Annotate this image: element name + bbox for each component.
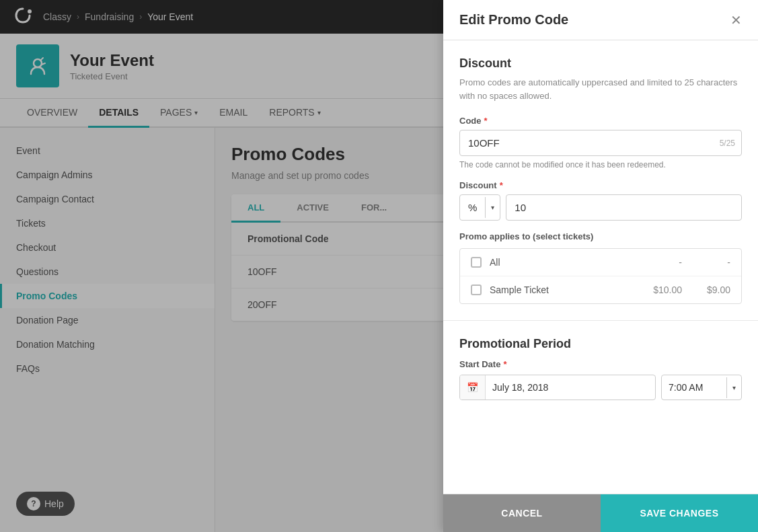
calendar-icon: 📅 (460, 375, 486, 400)
chevron-down-icon-discount[interactable]: ▾ (485, 197, 500, 218)
promo-period-heading: Promotional Period (459, 337, 742, 351)
start-time-value: 7:00 AM (662, 375, 726, 400)
ticket-sample-checkbox[interactable] (471, 284, 482, 295)
panel-footer: CANCEL SAVE CHANGES (443, 494, 758, 532)
discount-type-select[interactable]: % ▾ (459, 194, 500, 221)
date-input[interactable]: 📅 July 18, 2018 (459, 375, 656, 400)
edit-panel: Edit Promo Code ✕ Discount Promo codes a… (443, 0, 758, 532)
required-star-discount: * (500, 180, 503, 190)
panel-body: Discount Promo codes are automatically u… (443, 40, 758, 494)
discount-heading: Discount (459, 56, 742, 71)
ticket-all-sale-price: - (690, 257, 730, 268)
start-date-value: July 18, 2018 (486, 375, 555, 400)
applies-to-label: Promo applies to (select tickets) (459, 231, 742, 241)
code-input-wrap: 5/25 (459, 130, 742, 156)
ticket-all-checkbox[interactable] (471, 257, 482, 268)
discount-row: % ▾ (459, 194, 742, 221)
code-input[interactable] (459, 130, 742, 156)
code-field-label: Code * (459, 116, 742, 126)
save-changes-button[interactable]: SAVE CHANGES (601, 494, 758, 532)
ticket-sample-price: $10.00 (642, 284, 682, 295)
ticket-all-name: All (490, 257, 634, 268)
promotional-period-section: Promotional Period Start Date * 📅 July 1… (443, 321, 758, 416)
ticket-row-sample: Sample Ticket $10.00 $9.00 (460, 276, 741, 303)
discount-desc: Promo codes are automatically uppercased… (459, 76, 742, 102)
tickets-box: All - - Sample Ticket $10.00 $9.00 (459, 248, 742, 304)
required-star-date: * (503, 359, 506, 369)
discount-type-value: % (460, 195, 485, 220)
cancel-button[interactable]: CANCEL (443, 494, 601, 532)
ticket-sample-name: Sample Ticket (490, 284, 634, 295)
close-button[interactable]: ✕ (730, 13, 742, 27)
discount-amount-input[interactable] (506, 194, 742, 221)
discount-section: Discount Promo codes are automatically u… (443, 40, 758, 321)
ticket-all-price: - (642, 257, 682, 268)
ticket-row-all: All - - (460, 249, 741, 276)
panel-header: Edit Promo Code ✕ (443, 0, 758, 40)
start-date-label: Start Date * (459, 359, 742, 369)
required-star-code: * (484, 116, 488, 126)
date-row: 📅 July 18, 2018 7:00 AM ▾ (459, 375, 742, 400)
time-select[interactable]: 7:00 AM ▾ (661, 375, 742, 400)
chevron-down-icon-time[interactable]: ▾ (726, 377, 741, 398)
code-counter: 5/25 (720, 139, 735, 148)
code-hint: The code cannot be modified once it has … (459, 160, 742, 169)
ticket-sample-sale-price: $9.00 (690, 284, 730, 295)
discount-field-label: Discount * (459, 180, 742, 190)
panel-title: Edit Promo Code (459, 12, 568, 28)
